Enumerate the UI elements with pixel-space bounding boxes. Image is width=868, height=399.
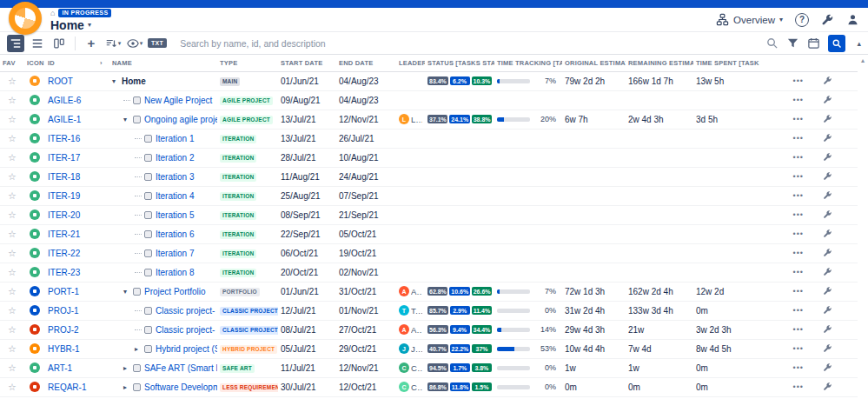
column-header-original[interactable]: ORIGINAL ESTIMATE [ xyxy=(562,55,626,71)
favorite-star-icon[interactable]: ☆ xyxy=(8,95,17,105)
row-wrench-icon[interactable] xyxy=(823,114,832,125)
more-options-button[interactable]: ••• xyxy=(793,134,804,143)
more-options-button[interactable]: ••• xyxy=(793,287,804,296)
more-options-button[interactable]: ••• xyxy=(793,325,804,334)
column-header-status[interactable]: STATUS [TASKS STATUS ( xyxy=(425,55,494,71)
row-id-link[interactable]: ITER-20 xyxy=(48,210,80,220)
favorite-star-icon[interactable]: ☆ xyxy=(8,305,17,316)
favorite-star-icon[interactable]: ☆ xyxy=(8,114,17,124)
more-options-button[interactable]: ••• xyxy=(793,210,804,219)
page-title-row[interactable]: Home ▾ xyxy=(50,19,111,31)
column-header-icon[interactable]: ICON xyxy=(24,55,45,71)
search-icon[interactable] xyxy=(765,37,779,50)
more-options-button[interactable]: ••• xyxy=(793,172,804,181)
more-options-button[interactable]: ••• xyxy=(793,268,804,276)
column-header-remaining[interactable]: REMAINING ESTIMATI xyxy=(626,55,693,71)
favorite-star-icon[interactable]: ☆ xyxy=(8,267,17,277)
column-header-id[interactable]: ID xyxy=(45,55,97,71)
favorite-star-icon[interactable]: ☆ xyxy=(8,209,17,220)
favorite-star-icon[interactable]: ☆ xyxy=(8,362,17,373)
column-header-name[interactable]: NAME xyxy=(109,55,217,71)
row-wrench-icon[interactable] xyxy=(823,95,832,106)
expand-toggle-down-icon[interactable]: ▾ xyxy=(112,77,122,85)
column-header-start[interactable]: START DATE xyxy=(278,55,336,71)
row-wrench-icon[interactable] xyxy=(823,171,832,183)
favorite-star-icon[interactable]: ☆ xyxy=(8,229,17,239)
row-id-link[interactable]: ITER-19 xyxy=(48,191,80,201)
row-name-link[interactable]: Classic project- initiation (Build xyxy=(156,306,217,316)
bigpicture-logo[interactable] xyxy=(9,2,42,35)
column-header-fav[interactable]: FAV xyxy=(0,55,24,71)
favorite-star-icon[interactable]: ☆ xyxy=(8,171,17,182)
vertical-scrollbar[interactable]: ▴ xyxy=(858,55,868,385)
search-input[interactable] xyxy=(180,38,752,49)
row-wrench-icon[interactable] xyxy=(823,324,832,336)
favorite-star-icon[interactable]: ☆ xyxy=(8,190,17,201)
row-wrench-icon[interactable] xyxy=(823,305,832,316)
favorite-star-icon[interactable]: ☆ xyxy=(8,152,17,163)
row-name-link[interactable]: Iteration 1 xyxy=(156,134,194,143)
row-wrench-icon[interactable] xyxy=(823,343,832,355)
row-id-link[interactable]: ITER-16 xyxy=(48,134,80,143)
row-wrench-icon[interactable] xyxy=(823,286,832,297)
column-header-leader[interactable]: LEADER xyxy=(396,55,425,71)
row-id-link[interactable]: PROJ-1 xyxy=(48,306,79,316)
row-name-link[interactable]: SAFe ART (Smart house) xyxy=(144,363,217,373)
leader-cell[interactable]: CChris xyxy=(399,362,422,373)
row-wrench-icon[interactable] xyxy=(823,248,832,259)
row-id-link[interactable]: ART-1 xyxy=(48,363,72,373)
more-options-button[interactable]: ••• xyxy=(793,96,804,104)
sort-button[interactable]: ▾ xyxy=(104,35,122,52)
leader-cell[interactable]: CCalvi xyxy=(399,382,422,392)
add-item-button[interactable]: + xyxy=(83,35,100,52)
row-name-link[interactable]: Iteration 3 xyxy=(156,172,194,182)
row-id-link[interactable]: ITER-17 xyxy=(48,153,80,163)
leader-cell[interactable]: AAnge xyxy=(399,324,422,335)
row-id-link[interactable]: AGILE-1 xyxy=(48,115,81,124)
more-options-button[interactable]: ••• xyxy=(793,363,804,372)
favorite-star-icon[interactable]: ☆ xyxy=(8,248,17,258)
row-id-link[interactable]: ITER-22 xyxy=(48,249,80,258)
visibility-button[interactable]: ▾ xyxy=(126,35,143,52)
row-name-link[interactable]: Iteration 2 xyxy=(156,153,194,163)
row-name-link[interactable]: Iteration 7 xyxy=(156,249,194,258)
column-header-chev[interactable]: › xyxy=(97,55,109,71)
scroll-up-icon[interactable]: ▴ xyxy=(861,57,865,385)
view-structure-button[interactable] xyxy=(7,35,24,52)
more-options-button[interactable]: ••• xyxy=(793,229,804,238)
more-options-button[interactable]: ••• xyxy=(793,344,804,353)
help-button[interactable]: ? xyxy=(795,13,809,27)
row-name-link[interactable]: Home xyxy=(122,76,146,86)
row-name-link[interactable]: Ongoing agile project (E-commerc xyxy=(144,115,217,124)
row-wrench-icon[interactable] xyxy=(823,209,832,221)
favorite-star-icon[interactable]: ☆ xyxy=(8,286,17,296)
row-name-link[interactable]: Iteration 5 xyxy=(156,210,194,220)
row-id-link[interactable]: PORT-1 xyxy=(48,287,79,296)
row-name-link[interactable]: Classic project- progress monit xyxy=(156,325,217,335)
title-chevron-down-icon[interactable]: ▾ xyxy=(88,21,91,29)
column-header-spent[interactable]: TIME SPENT [TASKS S xyxy=(693,55,759,71)
view-board-button[interactable] xyxy=(50,35,68,52)
row-name-link[interactable]: Iteration 8 xyxy=(156,268,194,277)
row-id-link[interactable]: ROOT xyxy=(48,76,73,86)
column-header-actions[interactable] xyxy=(759,55,858,71)
column-header-type[interactable]: TYPE xyxy=(217,55,278,71)
favorite-star-icon[interactable]: ☆ xyxy=(8,382,17,392)
row-wrench-icon[interactable] xyxy=(823,267,832,278)
expand-toggle-down-icon[interactable]: ▾ xyxy=(123,116,133,123)
overview-selector[interactable]: Overview ▾ xyxy=(716,13,783,26)
more-options-button[interactable]: ••• xyxy=(793,382,804,391)
more-options-button[interactable]: ••• xyxy=(793,153,804,162)
row-id-link[interactable]: ITER-18 xyxy=(48,172,80,182)
search-submit-button[interactable] xyxy=(828,35,845,52)
filter-icon[interactable] xyxy=(786,37,799,50)
row-name-link[interactable]: Iteration 4 xyxy=(156,191,194,201)
more-options-button[interactable]: ••• xyxy=(793,191,804,200)
leader-cell[interactable]: LLesly xyxy=(399,114,422,124)
leader-cell[interactable]: AAnge xyxy=(399,286,422,296)
column-header-end[interactable]: END DATE xyxy=(336,55,396,71)
favorite-star-icon[interactable]: ☆ xyxy=(8,343,17,354)
leader-cell[interactable]: JJero xyxy=(399,343,422,354)
expand-toggle-right-icon[interactable]: ▸ xyxy=(123,364,133,372)
row-wrench-icon[interactable] xyxy=(823,133,832,144)
